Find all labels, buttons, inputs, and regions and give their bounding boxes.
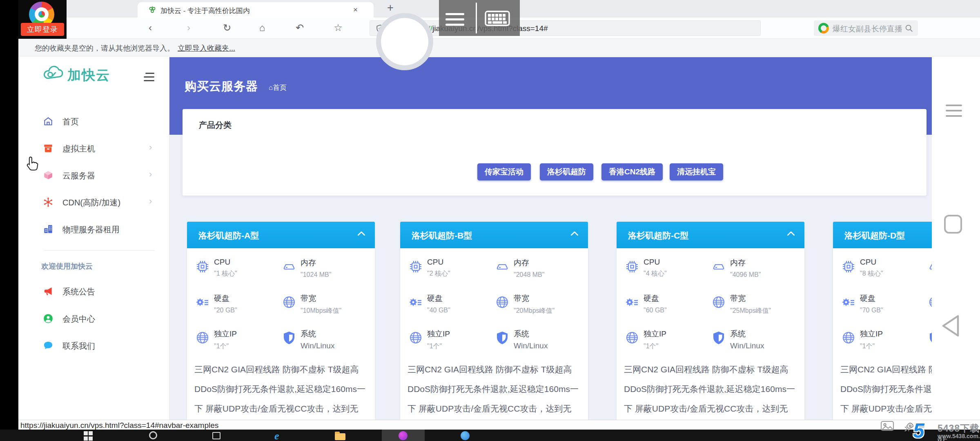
cpu-icon <box>625 259 639 274</box>
bookmark-star-icon[interactable]: ☆ <box>331 18 345 39</box>
app-icon-blue[interactable] <box>461 431 470 441</box>
collapse-icon[interactable] <box>787 232 795 236</box>
spec-disk: 硬盘"60 GB" <box>625 293 710 323</box>
undo-icon[interactable]: ↶ <box>292 18 307 39</box>
globe-icon <box>841 330 856 345</box>
sidebar-item-cloud-server[interactable]: 云服务器 › <box>31 169 169 183</box>
spec-ram: 内存"4096 MB" <box>711 258 797 287</box>
vm-float-button[interactable] <box>376 13 433 70</box>
sidebar-toggle-icon[interactable] <box>144 73 154 84</box>
cpu-icon <box>195 259 210 274</box>
product-card: 洛杉矶超防-C型 CPU"4 核心" 内存"4096 MB" 硬盘"60 GB"… <box>617 222 804 421</box>
spec-ram: 内存"2048 MB" <box>495 258 581 287</box>
product-card-header[interactable]: 洛杉矶超防-A型 <box>187 222 375 248</box>
disk-gear-icon <box>841 295 856 310</box>
image-preview-icon[interactable] <box>880 421 894 431</box>
tab-close-icon[interactable]: × <box>353 5 358 14</box>
page-title: 购买云服务器 <box>185 78 258 95</box>
building-icon <box>43 224 53 234</box>
spec-bandwidth: 带宽"10Mbps峰值" <box>282 293 368 323</box>
box-icon <box>43 143 53 154</box>
file-explorer-icon[interactable] <box>335 431 345 441</box>
disk-gear-icon <box>625 295 639 310</box>
category-button-heirloom[interactable]: 传家宝活动 <box>477 163 531 180</box>
search-engine-logo-icon <box>818 23 829 33</box>
spec-bandwidth <box>928 293 932 323</box>
watermark-digit: 5 <box>913 419 924 441</box>
breadcrumb-home-icon: ⌂ <box>269 84 273 91</box>
start-button-icon[interactable] <box>84 431 94 441</box>
android-back-icon[interactable] <box>940 314 961 338</box>
mouse-cursor-icon <box>25 156 39 173</box>
sidebar-item-member-center[interactable]: 会员中心 <box>31 312 169 326</box>
breadcrumb[interactable]: ⌂首页 <box>269 83 287 92</box>
task-view-icon[interactable] <box>212 431 222 441</box>
sidebar-item-contact-us[interactable]: 联系我们 <box>31 339 169 353</box>
shield-icon <box>711 330 726 345</box>
spec-os <box>928 329 932 358</box>
new-tab-button[interactable]: + <box>387 2 394 14</box>
shield-icon <box>928 330 932 345</box>
product-card-header[interactable]: 洛杉矶超防-B型 <box>400 222 588 248</box>
globe-icon <box>195 330 210 345</box>
reload-icon[interactable]: ↻ <box>220 18 234 39</box>
search-box[interactable]: 爆红女副县长停直播 <box>814 20 918 36</box>
page-main: 购买云服务器 ⌂首页 产品分类 传家宝活动 洛杉矶超防 香港CN2线路 清远挂机… <box>169 57 932 421</box>
sidebar-item-virtual-host[interactable]: 虚拟主机 › <box>31 142 169 156</box>
sidebar-section-label: 欢迎使用加快云 <box>41 261 93 271</box>
sidebar-item-cdn[interactable]: CDN(高防/加速) › <box>31 196 169 210</box>
product-name: 洛杉矶超防-B型 <box>412 230 472 241</box>
shield-icon <box>282 330 296 345</box>
globe-icon <box>711 295 726 310</box>
taskbar-search-icon[interactable] <box>149 431 159 441</box>
collapse-icon[interactable] <box>358 232 365 236</box>
bookmark-bar: 您的收藏夹是空的，请从其他浏览器导入。立即导入收藏夹... <box>18 39 980 56</box>
search-icon[interactable] <box>904 24 913 33</box>
globe-icon <box>282 295 296 310</box>
chevron-right-icon: › <box>149 196 152 207</box>
taskbar: e <box>0 430 980 441</box>
collapse-icon[interactable] <box>571 232 578 236</box>
spec-cpu: CPU"4 核心" <box>625 258 710 287</box>
spec-cpu: CPU"1 核心" <box>195 258 281 287</box>
search-query[interactable]: 爆红女副县长停直播 <box>833 24 902 34</box>
spec-ip: 独立IP"1个" <box>841 329 927 358</box>
vm-keyboard-icon[interactable] <box>485 11 510 26</box>
category-button-la-defense[interactable]: 洛杉矶超防 <box>540 163 593 180</box>
product-card-header[interactable]: 洛杉矶超防-C型 <box>617 222 804 248</box>
globe-icon <box>495 295 510 310</box>
import-bookmarks-link[interactable]: 立即导入收藏夹... <box>178 44 235 52</box>
chat-bubble-icon <box>43 340 53 351</box>
site-logo-cloud-icon <box>42 65 66 82</box>
spec-disk: 硬盘"20 GB" <box>195 293 281 323</box>
screen: 加快云 - 专注于高性价比国内 × + ‹ › ↻ ⌂ ↶ ☆ https://… <box>0 0 980 441</box>
app-icon-purple[interactable] <box>399 431 408 441</box>
category-button-qingyuan[interactable]: 清远挂机宝 <box>670 163 723 180</box>
vm-menu-icon[interactable] <box>445 13 464 29</box>
home-icon[interactable]: ⌂ <box>255 18 270 39</box>
status-bar: https://jiakuaiyun.cn/vps.html?class=14#… <box>18 420 980 430</box>
login-button[interactable]: 立即登录 <box>21 23 64 36</box>
android-home-icon[interactable] <box>944 215 962 234</box>
forward-icon[interactable]: › <box>181 18 196 39</box>
sidebar-item-physical-server[interactable]: 物理服务器租用 <box>31 223 169 237</box>
android-menu-icon[interactable] <box>946 105 962 120</box>
spec-os: 系统Win/Linux <box>282 329 368 358</box>
product-name: 洛杉矶超防-C型 <box>628 230 688 241</box>
ram-icon <box>711 259 726 274</box>
home-icon <box>43 116 53 127</box>
sidebar-item-home[interactable]: 首页 <box>31 115 169 129</box>
atom-icon <box>43 197 53 207</box>
bookmark-notice: 您的收藏夹是空的，请从其他浏览器导入。立即导入收藏夹... <box>35 43 235 53</box>
browser-tab[interactable]: 加快云 - 专注于高性价比国内 × <box>138 2 374 18</box>
sidebar-item-announcements[interactable]: 系统公告 <box>31 285 169 299</box>
status-url: https://jiakuaiyun.cn/vps.html?class=14#… <box>20 421 218 430</box>
chevron-right-icon: › <box>149 142 152 153</box>
site-logo-text[interactable]: 加快云 <box>67 66 110 85</box>
ram-icon <box>928 259 932 274</box>
product-card: 洛杉矶超防-B型 CPU"2 核心" 内存"2048 MB" 硬盘"40 GB"… <box>400 222 588 421</box>
ie-browser-icon[interactable]: e <box>274 431 284 441</box>
category-button-hk-cn2[interactable]: 香港CN2线路 <box>601 163 663 180</box>
product-card-header[interactable]: 洛杉矶超防-D型 <box>833 222 932 248</box>
back-icon[interactable]: ‹ <box>143 18 158 39</box>
